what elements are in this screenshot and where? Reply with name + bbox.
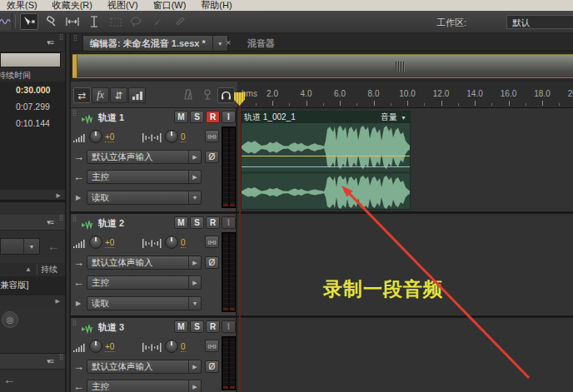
lasso-selection-tool-icon[interactable] (127, 13, 145, 30)
track-3-lane[interactable] (237, 318, 573, 392)
metronome-icon[interactable] (182, 89, 194, 102)
pan-value[interactable]: 0 (181, 342, 186, 352)
volume-value[interactable]: +0 (105, 132, 114, 142)
panel-grip-icon[interactable]: ⁞⁞ (73, 37, 77, 40)
effect-item[interactable]: 兼容版] (0, 280, 28, 290)
menu-effects[interactable]: 效果(S) (7, 0, 37, 11)
track-name[interactable]: 轨道 2 (98, 217, 124, 230)
menu-help[interactable]: 帮助(H) (201, 0, 232, 11)
volume-knob[interactable] (89, 340, 102, 353)
volume-envelope-line[interactable] (242, 156, 410, 156)
close-icon[interactable]: × (226, 37, 231, 47)
monitor-headphone-icon[interactable] (217, 87, 235, 103)
track-1-lane[interactable]: 轨道 1_002_1 音量 ▼ (237, 108, 573, 211)
time-selection-tool-icon[interactable] (85, 13, 103, 30)
phase-button[interactable]: Ø (205, 360, 219, 373)
solo-button[interactable]: S (190, 111, 204, 123)
clip-envelope-selector[interactable]: 音量 ▼ (381, 112, 410, 123)
input-dropdown[interactable]: 默认立体声输入 ▶ (87, 360, 202, 374)
back-arrow-icon[interactable]: ← (3, 373, 16, 385)
list-item[interactable]: 0:07.299 (0, 98, 65, 115)
effects-preset-dropdown[interactable]: ▼ (0, 238, 40, 255)
track-grip-icon[interactable]: ⁞⁞ (72, 112, 77, 115)
tempo-icon[interactable] (202, 89, 212, 102)
phase-button[interactable]: Ø (205, 256, 219, 269)
input-dropdown[interactable]: 默认立体声输入 ▶ (87, 150, 202, 164)
mute-button[interactable]: M (174, 320, 188, 333)
output-dropdown[interactable]: 主控 ▶ (87, 380, 202, 392)
audio-clip[interactable]: 轨道 1_002_1 音量 ▼ (241, 111, 411, 210)
input-monitor-button[interactable]: I (222, 216, 236, 229)
volume-knob[interactable] (89, 236, 102, 249)
output-dropdown[interactable]: 主控 ▶ (87, 275, 202, 290)
volume-value[interactable]: +0 (105, 342, 114, 352)
tab-editor[interactable]: 编辑器: 未命名混音 1.sesx * ▼ (82, 35, 228, 51)
monitor-input-icon[interactable]: ((•)) (205, 340, 219, 352)
input-dropdown[interactable]: 默认立体声输入 ▶ (87, 256, 202, 270)
playhead-line[interactable] (239, 92, 241, 392)
track-grip-icon[interactable]: ⁞⁞ (72, 217, 77, 221)
menu-view[interactable]: 视图(V) (107, 0, 138, 11)
panel-menu-icon[interactable]: ▾≡ (47, 218, 53, 226)
automation-dropdown[interactable]: 读取 ▼ (87, 191, 202, 205)
spot-healing-tool-icon[interactable] (170, 13, 188, 30)
track-grip-icon[interactable]: ⁞⁞ (72, 321, 77, 325)
pan-envelope-line[interactable] (242, 166, 410, 167)
drag-grip-icon[interactable] (396, 62, 405, 72)
mute-button[interactable]: M (174, 111, 188, 123)
tab-mixer[interactable]: 混音器 (247, 37, 275, 50)
effects-fx-icon[interactable]: fx (92, 87, 109, 103)
razor-tool-icon[interactable] (42, 13, 60, 30)
sends-icon[interactable]: ⇵ (110, 87, 127, 103)
back-arrow-icon[interactable]: ← (47, 240, 60, 252)
panel-grip-icon[interactable]: ⁞⁞ (59, 36, 63, 39)
record-arm-button[interactable]: R (206, 111, 220, 123)
panel-menu-icon[interactable]: ▾≡ (47, 357, 53, 365)
track-name[interactable]: 轨道 3 (98, 321, 124, 334)
volume-knob[interactable] (89, 130, 102, 143)
waveform-view-icon[interactable] (0, 13, 12, 30)
record-arm-button[interactable]: R (206, 320, 220, 333)
pan-value[interactable]: 0 (181, 132, 186, 142)
pan-knob[interactable] (165, 340, 178, 353)
automation-dropdown[interactable]: 读取 ▼ (87, 296, 202, 310)
record-arm-button[interactable]: R (206, 216, 220, 229)
menu-favorites[interactable]: 收藏夹(R) (52, 0, 92, 11)
input-monitor-button[interactable]: I (222, 111, 236, 123)
power-toggle-icon[interactable]: ◎ (2, 311, 18, 328)
list-item[interactable]: 0:10.144 (0, 115, 65, 131)
paintbrush-tool-icon[interactable] (148, 13, 167, 30)
scroll-right-icon[interactable]: ▶ (57, 192, 61, 199)
zoom-left-handle[interactable] (72, 55, 77, 77)
solo-button[interactable]: S (190, 320, 204, 333)
automation-expand-icon[interactable]: ▶ (76, 300, 81, 307)
pan-value[interactable]: 0 (181, 238, 186, 248)
pan-knob[interactable] (165, 130, 178, 143)
zoom-navigator-track[interactable] (72, 54, 573, 78)
output-dropdown[interactable]: 主控 ▶ (87, 170, 202, 184)
marquee-selection-tool-icon[interactable] (107, 13, 125, 30)
automation-expand-icon[interactable]: ▶ (76, 194, 81, 201)
panel-grip-icon[interactable]: ⁞⁞ (59, 216, 63, 220)
duration-column-header[interactable]: 持续时间 (0, 69, 65, 82)
monitor-input-icon[interactable]: ((•)) (205, 130, 219, 142)
timeline-ruler[interactable]: hms 2.04.06.08.010.012.014.016.018.020.0 (237, 82, 573, 108)
track-name[interactable]: 轨道 1 (98, 112, 124, 124)
panel-grip-icon[interactable]: ⁞⁞ (59, 355, 63, 359)
horizontal-scrollbar[interactable]: ▶ (0, 295, 65, 306)
io-routing-icon[interactable]: ⇄ (73, 87, 91, 103)
eq-bars-icon[interactable] (128, 87, 146, 103)
panel-menu-icon[interactable]: ▾≡ (47, 38, 53, 47)
panel-splitter[interactable] (65, 33, 71, 392)
menu-window[interactable]: 窗口(W) (153, 0, 187, 11)
left-panel-input[interactable] (0, 52, 61, 67)
mute-button[interactable]: M (174, 216, 188, 229)
scroll-right-icon[interactable]: ▶ (56, 298, 60, 305)
horizontal-scrollbar[interactable]: ▶ (0, 189, 65, 201)
volume-value[interactable]: +0 (105, 238, 114, 248)
workspace-dropdown[interactable]: 默认 (506, 15, 573, 29)
clip-title[interactable]: 轨道 1_002_1 (242, 112, 381, 123)
effects-sort-header[interactable]: ▲ 持续 (0, 263, 65, 277)
pan-knob[interactable] (165, 236, 178, 249)
list-item[interactable]: 0:30.000 (0, 82, 65, 98)
